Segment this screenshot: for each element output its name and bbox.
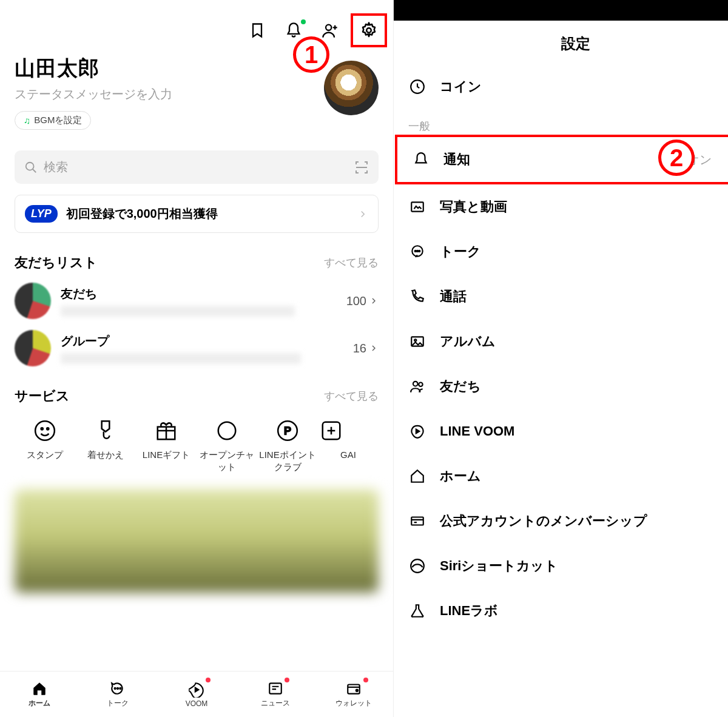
- play-icon: [188, 681, 205, 698]
- settings-row-coin[interactable]: コイン: [394, 64, 728, 109]
- settings-row-label: 友だち: [440, 377, 481, 396]
- svg-point-5: [47, 428, 49, 429]
- notification-dot-icon: [285, 678, 289, 682]
- voom-icon: [408, 422, 426, 440]
- service-openchat[interactable]: オープンチャット: [197, 417, 257, 473]
- image-icon: [408, 198, 426, 216]
- tab-label: ウォレット: [335, 698, 372, 709]
- lyp-promo-text: 初回登録で3,000円相当獲得: [66, 206, 218, 222]
- settings-row-photos[interactable]: 写真と動画: [394, 184, 728, 229]
- friends-row[interactable]: 友だち 100: [15, 283, 379, 319]
- service-label: スタンプ: [15, 449, 75, 461]
- brush-icon: [92, 417, 119, 444]
- groups-row[interactable]: グループ 16: [15, 330, 379, 366]
- friends-row-title: 友だち: [61, 286, 337, 302]
- service-more[interactable]: GAI: [318, 417, 379, 473]
- settings-row-voom[interactable]: LINE VOOM: [394, 409, 728, 454]
- phone-icon: [408, 288, 426, 306]
- settings-button[interactable]: [351, 13, 387, 47]
- search-input[interactable]: 検索: [15, 150, 379, 184]
- settings-row-label: トーク: [440, 243, 481, 261]
- music-note-icon: ♫: [24, 115, 30, 126]
- tab-wallet[interactable]: ウォレット: [314, 672, 393, 717]
- service-stamp[interactable]: スタンプ: [15, 417, 75, 473]
- settings-title: 設定: [561, 35, 590, 52]
- svg-point-3: [35, 421, 55, 440]
- settings-row-label: 公式アカウントのメンバーシップ: [440, 512, 647, 530]
- card-icon: [408, 512, 426, 530]
- bgm-button[interactable]: ♫ BGMを設定: [15, 111, 91, 130]
- settings-row-talk[interactable]: トーク: [394, 229, 728, 274]
- album-icon: [408, 332, 426, 351]
- chevron-right-icon: [357, 209, 368, 220]
- svg-point-21: [417, 251, 418, 252]
- service-label: 着せかえ: [75, 449, 136, 461]
- notification-dot-icon: [301, 19, 306, 24]
- profile-avatar[interactable]: [324, 61, 379, 115]
- home-icon: [408, 467, 426, 485]
- qr-scan-icon[interactable]: [354, 160, 369, 175]
- settings-row-label: LINE VOOM: [440, 423, 514, 439]
- friends-avatar-icon: [15, 283, 51, 319]
- annotation-badge-2: 2: [658, 140, 695, 176]
- friends-see-all-link[interactable]: すべて見る: [324, 255, 379, 270]
- services-see-all-link[interactable]: すべて見る: [324, 389, 379, 403]
- settings-row-home[interactable]: ホーム: [394, 454, 728, 499]
- service-label: LINEギフト: [136, 449, 197, 461]
- add-icon: [318, 417, 345, 444]
- tab-home[interactable]: ホーム: [0, 672, 79, 717]
- settings-row-siri[interactable]: Siriショートカット: [394, 544, 728, 588]
- smile-icon: [32, 417, 58, 444]
- groups-count: 16: [353, 342, 366, 355]
- svg-point-26: [419, 383, 423, 387]
- add-friend-icon[interactable]: [320, 21, 340, 40]
- gear-icon: [359, 21, 379, 40]
- settings-row-friends[interactable]: 友だち: [394, 364, 728, 409]
- svg-point-24: [414, 339, 416, 341]
- openchat-icon: [214, 417, 240, 444]
- groups-row-subtitle: [61, 353, 301, 364]
- chat-icon: [408, 243, 426, 261]
- svg-point-16: [356, 690, 358, 692]
- search-icon: [24, 161, 38, 174]
- notification-dot-icon: [206, 678, 211, 682]
- settings-row-labs[interactable]: LINEラボ: [394, 588, 728, 633]
- settings-row-call[interactable]: 通話: [394, 274, 728, 319]
- bookmark-icon[interactable]: [248, 21, 267, 40]
- settings-row-label: 通知: [443, 150, 470, 169]
- svg-point-22: [419, 251, 420, 252]
- service-themes[interactable]: 着せかえ: [75, 417, 136, 473]
- service-label: LINEポイントクラブ: [257, 449, 318, 473]
- svg-point-0: [326, 25, 331, 30]
- settings-row-label: LINEラボ: [440, 602, 498, 620]
- news-icon: [267, 680, 284, 697]
- settings-row-membership[interactable]: 公式アカウントのメンバーシップ: [394, 499, 728, 544]
- tab-voom[interactable]: VOOM: [157, 672, 236, 717]
- tab-label: ニュース: [261, 698, 290, 709]
- tab-talk[interactable]: トーク: [79, 672, 158, 717]
- tab-news[interactable]: ニュース: [236, 672, 315, 717]
- lyp-promo-card[interactable]: LYP 初回登録で3,000円相当獲得: [15, 195, 379, 233]
- service-pointclub[interactable]: P LINEポイントクラブ: [257, 417, 318, 473]
- notifications-icon[interactable]: [284, 21, 303, 40]
- service-label: オープンチャット: [197, 449, 257, 473]
- settings-row-label: コイン: [440, 78, 482, 96]
- svg-point-11: [115, 688, 116, 689]
- svg-point-25: [413, 382, 418, 386]
- bell-icon: [412, 150, 430, 169]
- service-gift[interactable]: LINEギフト: [136, 417, 197, 473]
- promo-banner[interactable]: [15, 490, 379, 593]
- friends-row-subtitle: [61, 306, 295, 317]
- settings-row-label: アルバム: [440, 332, 496, 351]
- tab-label: VOOM: [186, 699, 208, 708]
- service-label: GAI: [318, 449, 379, 461]
- settings-row-label: ホーム: [440, 467, 481, 485]
- chat-icon: [109, 680, 126, 697]
- point-icon: P: [274, 417, 301, 444]
- flask-icon: [408, 602, 426, 620]
- tab-bar: ホーム トーク VOOM ニュース ウォレット: [0, 671, 393, 717]
- tab-label: トーク: [107, 698, 129, 709]
- settings-row-album[interactable]: アルバム: [394, 319, 728, 364]
- coin-icon: [408, 78, 426, 96]
- svg-rect-7: [218, 422, 236, 440]
